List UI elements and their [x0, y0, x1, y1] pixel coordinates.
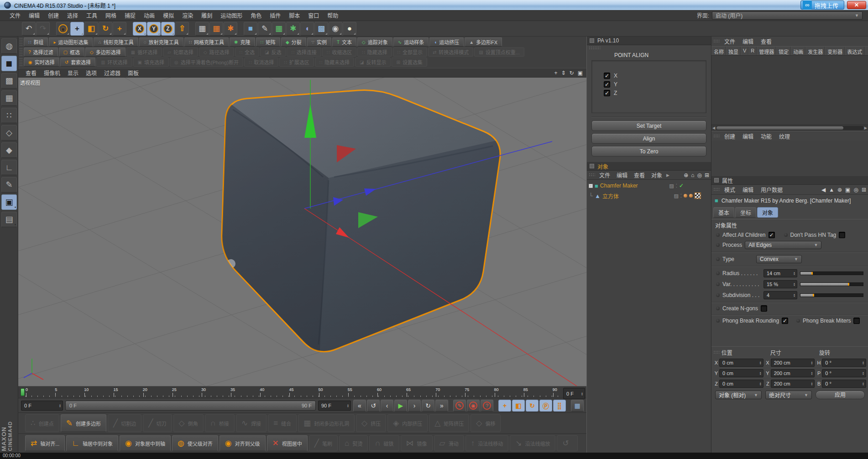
toolbar-button[interactable]: ↘沿法线缩放: [510, 435, 555, 451]
lock-y-axis-button[interactable]: Y: [147, 22, 161, 36]
toolbar-button[interactable]: ◉对齐到父级: [220, 435, 266, 451]
toolbar-grip[interactable]: [19, 57, 23, 67]
autokeying-button[interactable]: ◉: [467, 400, 480, 412]
toggle-view-icon[interactable]: ▣: [578, 70, 583, 76]
add-environment-button[interactable]: ▩: [314, 22, 328, 36]
toolbar-button[interactable]: ✕视图居中: [267, 435, 308, 451]
toolbar-button[interactable]: ↺套索选择: [60, 57, 95, 67]
toolbar-button[interactable]: ▱滑动: [434, 435, 464, 451]
toolbar-button[interactable]: ◇倒角: [173, 414, 204, 432]
toolbar-button[interactable]: ╱切割边: [108, 414, 141, 432]
rotate-tool[interactable]: ↻: [99, 22, 112, 36]
polygons-mode-button[interactable]: ◆ ▪: [1, 142, 17, 158]
search-icon[interactable]: ⊕: [837, 187, 842, 193]
texture-mode-button[interactable]: ▩ ▪: [1, 73, 17, 89]
goto-end-button[interactable]: »: [435, 400, 448, 412]
anim-dot[interactable]: [796, 319, 800, 323]
toolbar-button[interactable]: ⊞设置选集: [392, 57, 427, 67]
toolbar-button[interactable]: ∷隐藏选择: [357, 47, 392, 57]
viewport-solo-button[interactable]: ▣ ▪: [1, 194, 17, 210]
toolbar-button[interactable]: ∷全选: [235, 47, 259, 57]
toolbar-button[interactable]: ⇄轴对齐...: [25, 435, 65, 451]
search-icon[interactable]: ⊕: [684, 172, 688, 178]
toolbar-button[interactable]: ∷扩展选区: [279, 57, 314, 67]
material-list[interactable]: [711, 141, 868, 176]
toolbar-button[interactable]: ∩桥接: [205, 414, 235, 432]
variation-slider[interactable]: [800, 282, 863, 286]
menu-item[interactable]: 插件: [266, 11, 285, 21]
scale-tool[interactable]: ◧: [84, 22, 98, 36]
toolbar-button[interactable]: ◌放射克隆工具: [139, 37, 183, 47]
coordinate-system-button[interactable]: ⇧: [175, 22, 189, 36]
toolbar-button[interactable]: ∴线形克隆工具: [94, 37, 138, 47]
toolbar-button[interactable]: ↑沿法线移动: [465, 435, 509, 451]
layer-column-header[interactable]: 独显: [726, 47, 741, 55]
toolbar-button[interactable]: ∷全部显示: [393, 47, 427, 57]
spinner-icon[interactable]: ▲▼: [793, 293, 795, 297]
object-name[interactable]: 立方体: [602, 192, 619, 200]
enabled-check-icon[interactable]: ✓: [679, 183, 684, 189]
object-manager-menu-item[interactable]: 查看: [631, 171, 648, 179]
undo-button[interactable]: ↶: [22, 22, 36, 36]
viewport-3d[interactable]: 透视视图: [18, 78, 586, 386]
layer-column-header[interactable]: 动画: [791, 47, 805, 55]
tweak-mode-button[interactable]: ✎ ▪: [1, 177, 17, 193]
timeline-range-slider[interactable]: 0 F 90 F: [65, 401, 316, 411]
checkbox[interactable]: ✓: [604, 90, 610, 96]
close-button[interactable]: ✕: [847, 1, 866, 9]
edges-mode-button[interactable]: ◇ ▪: [1, 125, 17, 141]
panel-grip[interactable]: [713, 188, 720, 192]
menu-item[interactable]: 创建: [44, 11, 63, 21]
anim-dot[interactable]: [716, 271, 720, 275]
toolbar-button[interactable]: ◉对象居中到轴: [120, 435, 171, 451]
phong-miters-checkbox[interactable]: [853, 318, 860, 324]
size-mode-dropdown[interactable]: 绝对尺寸▼: [765, 391, 812, 399]
tag-icon[interactable]: [689, 194, 693, 198]
layer-toggle-icon[interactable]: ▨: [674, 193, 678, 199]
size-x-field[interactable]: 200 cm▲▼: [771, 359, 815, 367]
toolbar-button[interactable]: ◆分裂: [281, 37, 306, 47]
material-menu-item[interactable]: 编辑: [739, 132, 757, 141]
toolbar-button[interactable]: ∷收缩选区: [322, 47, 356, 57]
attributes-menu-item[interactable]: 用户数据: [757, 185, 786, 194]
toolbar-button[interactable]: ▸运动图形选集: [49, 37, 93, 47]
horizontal-scrollbar[interactable]: ◀ ▶: [711, 125, 868, 131]
layer-column-header[interactable]: 管理器: [757, 47, 776, 55]
upload-button[interactable]: ∞ 拖拽上传: [800, 0, 844, 10]
goto-start-button[interactable]: «: [353, 400, 366, 412]
viewport-menu-item[interactable]: 面板: [124, 68, 142, 77]
add-mograph-button[interactable]: ✱: [286, 22, 300, 36]
spinner-icon[interactable]: ▲▼: [793, 271, 795, 275]
toolbar-button[interactable]: ◈内部挤压: [387, 414, 428, 432]
menu-item[interactable]: 工具: [82, 11, 101, 21]
viewport-menu-item[interactable]: 查看: [22, 68, 40, 77]
anim-dot[interactable]: [716, 282, 720, 286]
menu-item[interactable]: 脚本: [285, 11, 304, 21]
eye-icon[interactable]: ◎: [697, 172, 701, 178]
position-z-field[interactable]: 0 cm▲▼: [719, 380, 763, 388]
menu-item[interactable]: 运动图形: [216, 11, 246, 21]
viewport-menu-item[interactable]: 摄像机: [40, 68, 64, 77]
toolbar-button[interactable]: ▢框选: [59, 47, 84, 57]
record-scale-toggle[interactable]: ◧: [512, 400, 525, 412]
toolbar-button[interactable]: ◖运动挤压: [429, 37, 464, 47]
toolbar-button[interactable]: ∷矩阵: [256, 37, 280, 47]
object-row[interactable]: └ ▲ 立方体 ▨ ⁚: [587, 191, 711, 201]
toolbar-button[interactable]: ↺: [557, 435, 577, 451]
toolbar-button[interactable]: △矩阵挤压: [429, 414, 469, 432]
last-used-tool[interactable]: +: [113, 22, 126, 36]
pa-action-button[interactable]: Set Target: [591, 120, 706, 131]
toolbar-button[interactable]: ∟轴居中到对象: [66, 435, 118, 451]
add-icon[interactable]: ⊞: [862, 187, 866, 193]
back-icon[interactable]: ◀: [821, 187, 826, 193]
toolbar-button[interactable]: ◇多边形选择: [85, 47, 125, 57]
checkbox[interactable]: ✓: [604, 81, 610, 88]
workplane-mode-button[interactable]: ▦ ▪: [1, 90, 17, 106]
layer-menu-item[interactable]: 查看: [757, 37, 775, 46]
attribute-tab[interactable]: 坐标: [735, 207, 756, 218]
layer-menu-item[interactable]: 编辑: [739, 37, 757, 46]
prev-key-button[interactable]: ↺: [367, 400, 380, 412]
home-icon[interactable]: ⌂: [691, 172, 694, 178]
viewport-menu-item[interactable]: 过滤器: [100, 68, 124, 77]
toolbar-button[interactable]: ∿运动样条: [393, 37, 429, 47]
